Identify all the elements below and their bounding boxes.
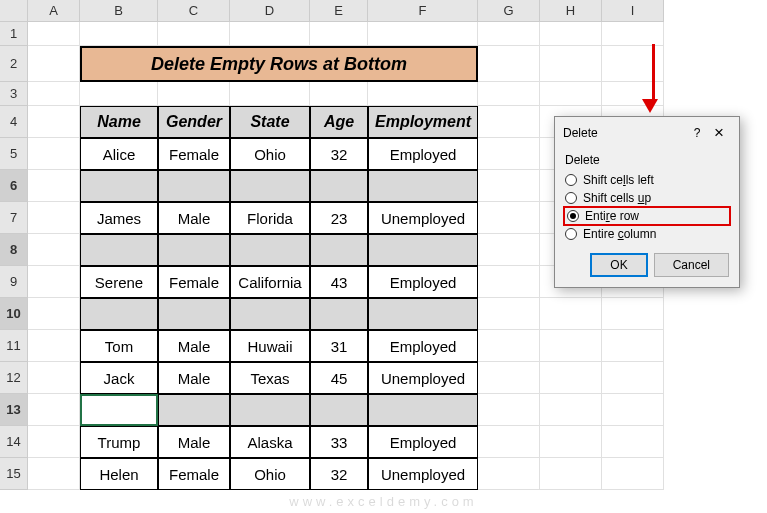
table-header[interactable]: State	[230, 106, 310, 138]
cell-A9[interactable]	[28, 266, 80, 298]
cell-C7[interactable]: Male	[158, 202, 230, 234]
cell-E8[interactable]	[310, 234, 368, 266]
cell-A14[interactable]	[28, 426, 80, 458]
cell-A7[interactable]	[28, 202, 80, 234]
cell-D10[interactable]	[230, 298, 310, 330]
cell-C1[interactable]	[158, 22, 230, 46]
cell-D9[interactable]: California	[230, 266, 310, 298]
cell-A1[interactable]	[28, 22, 80, 46]
cell-B7[interactable]: James	[80, 202, 158, 234]
row-header-10[interactable]: 10	[0, 298, 28, 330]
cell-A5[interactable]	[28, 138, 80, 170]
cell-B12[interactable]: Jack	[80, 362, 158, 394]
cancel-button[interactable]: Cancel	[654, 253, 729, 277]
cell-F6[interactable]	[368, 170, 478, 202]
cell-E13[interactable]	[310, 394, 368, 426]
row-header-8[interactable]: 8	[0, 234, 28, 266]
cell-F8[interactable]	[368, 234, 478, 266]
column-header-C[interactable]: C	[158, 0, 230, 22]
cell-F10[interactable]	[368, 298, 478, 330]
column-header-E[interactable]: E	[310, 0, 368, 22]
row-header-3[interactable]: 3	[0, 82, 28, 106]
cell-C14[interactable]: Male	[158, 426, 230, 458]
cell-F13[interactable]	[368, 394, 478, 426]
cell-D1[interactable]	[230, 22, 310, 46]
column-header-B[interactable]: B	[80, 0, 158, 22]
cell-E12[interactable]: 45	[310, 362, 368, 394]
cell-D5[interactable]: Ohio	[230, 138, 310, 170]
cell-B3[interactable]	[80, 82, 158, 106]
cell-H11[interactable]	[540, 330, 602, 362]
row-header-2[interactable]: 2	[0, 46, 28, 82]
cell-B11[interactable]: Tom	[80, 330, 158, 362]
cell-D14[interactable]: Alaska	[230, 426, 310, 458]
cell-G2[interactable]	[478, 46, 540, 82]
row-header-15[interactable]: 15	[0, 458, 28, 490]
cell-B10[interactable]	[80, 298, 158, 330]
radio-option-1[interactable]: Shift cells up	[565, 189, 729, 207]
dialog-help-button[interactable]: ?	[687, 126, 707, 140]
cell-A6[interactable]	[28, 170, 80, 202]
cell-E3[interactable]	[310, 82, 368, 106]
cell-B14[interactable]: Trump	[80, 426, 158, 458]
row-header-4[interactable]: 4	[0, 106, 28, 138]
table-header[interactable]: Gender	[158, 106, 230, 138]
cell-I1[interactable]	[602, 22, 664, 46]
row-header-1[interactable]: 1	[0, 22, 28, 46]
cell-A11[interactable]	[28, 330, 80, 362]
cell-E9[interactable]: 43	[310, 266, 368, 298]
cell-H13[interactable]	[540, 394, 602, 426]
cell-I15[interactable]	[602, 458, 664, 490]
cell-A12[interactable]	[28, 362, 80, 394]
cell-A13[interactable]	[28, 394, 80, 426]
cell-E15[interactable]: 32	[310, 458, 368, 490]
cell-G11[interactable]	[478, 330, 540, 362]
cell-H3[interactable]	[540, 82, 602, 106]
cell-E5[interactable]: 32	[310, 138, 368, 170]
cell-C12[interactable]: Male	[158, 362, 230, 394]
cell-G14[interactable]	[478, 426, 540, 458]
row-header-7[interactable]: 7	[0, 202, 28, 234]
column-header-A[interactable]: A	[28, 0, 80, 22]
cell-G1[interactable]	[478, 22, 540, 46]
title-cell[interactable]: Delete Empty Rows at Bottom	[80, 46, 478, 82]
cell-D3[interactable]	[230, 82, 310, 106]
cell-I12[interactable]	[602, 362, 664, 394]
cell-I11[interactable]	[602, 330, 664, 362]
cell-C10[interactable]	[158, 298, 230, 330]
cell-A3[interactable]	[28, 82, 80, 106]
row-header-5[interactable]: 5	[0, 138, 28, 170]
cell-H10[interactable]	[540, 298, 602, 330]
cell-E14[interactable]: 33	[310, 426, 368, 458]
cell-B9[interactable]: Serene	[80, 266, 158, 298]
cell-G13[interactable]	[478, 394, 540, 426]
cell-H1[interactable]	[540, 22, 602, 46]
cell-D7[interactable]: Florida	[230, 202, 310, 234]
cell-G5[interactable]	[478, 138, 540, 170]
cell-D11[interactable]: Huwaii	[230, 330, 310, 362]
cell-A4[interactable]	[28, 106, 80, 138]
cell-C9[interactable]: Female	[158, 266, 230, 298]
table-header[interactable]: Age	[310, 106, 368, 138]
cell-A15[interactable]	[28, 458, 80, 490]
cell-F7[interactable]: Unemployed	[368, 202, 478, 234]
row-header-12[interactable]: 12	[0, 362, 28, 394]
cell-B5[interactable]: Alice	[80, 138, 158, 170]
column-header-G[interactable]: G	[478, 0, 540, 22]
cell-C11[interactable]: Male	[158, 330, 230, 362]
cell-A8[interactable]	[28, 234, 80, 266]
cell-H12[interactable]	[540, 362, 602, 394]
cell-F11[interactable]: Employed	[368, 330, 478, 362]
cell-B13[interactable]	[80, 394, 158, 426]
column-header-F[interactable]: F	[368, 0, 478, 22]
row-header-11[interactable]: 11	[0, 330, 28, 362]
cell-H14[interactable]	[540, 426, 602, 458]
select-all-corner[interactable]	[0, 0, 28, 22]
cell-E11[interactable]: 31	[310, 330, 368, 362]
cell-G4[interactable]	[478, 106, 540, 138]
cell-F9[interactable]: Employed	[368, 266, 478, 298]
cell-G7[interactable]	[478, 202, 540, 234]
cell-H2[interactable]	[540, 46, 602, 82]
cell-E1[interactable]	[310, 22, 368, 46]
dialog-close-button[interactable]: ×	[707, 123, 731, 143]
